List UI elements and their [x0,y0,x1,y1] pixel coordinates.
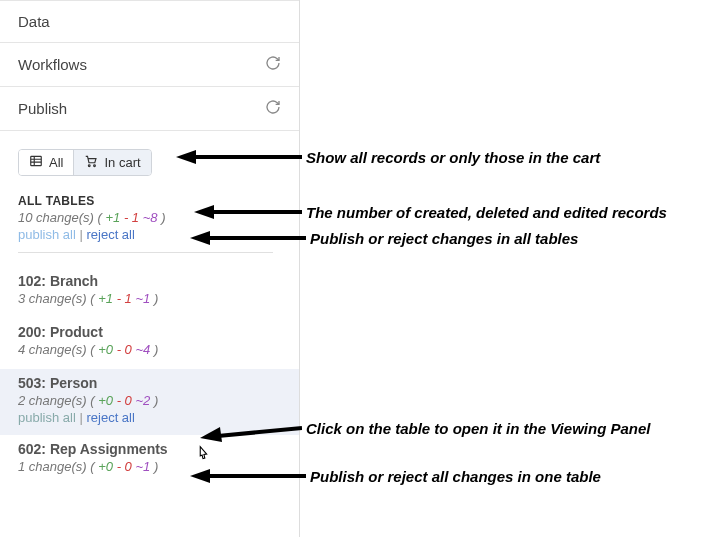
table-summary: 3 change(s) ( +1 - 1 ~1 ) [18,291,281,306]
table-summary: 4 change(s) ( +0 - 0 ~4 ) [18,342,281,357]
created-count: +0 [98,342,113,357]
deleted-count: - 1 [124,210,139,225]
filter-segmented: All In cart [18,149,152,176]
arrow-icon [194,202,302,222]
table-title: 102: Branch [18,273,281,289]
table-row[interactable]: 102: Branch 3 change(s) ( +1 - 1 ~1 ) [18,267,281,318]
pointer-cursor-icon [192,444,214,466]
nav-workflows[interactable]: Workflows [0,43,299,87]
edited-count: ~4 [135,342,150,357]
svg-point-5 [94,165,96,167]
edited-count: ~1 [135,291,150,306]
created-count: +0 [98,459,113,474]
arrow-icon [190,227,306,247]
publish-all-link[interactable]: publish all [18,227,76,242]
filter-all-button[interactable]: All [19,150,73,175]
svg-marker-13 [200,427,222,442]
all-tables-count: 10 change(s) [18,210,94,225]
nav-publish-label: Publish [18,100,67,117]
arrow-icon [200,420,302,444]
filter-in-cart-button[interactable]: In cart [73,150,150,175]
svg-line-12 [218,428,302,436]
created-count: +1 [105,210,120,225]
annotation-text: Publish or reject all changes in one tab… [310,468,601,485]
table-title: 200: Product [18,324,281,340]
list-icon [29,154,43,171]
table-title: 503: Person [18,375,281,391]
edited-count: ~2 [135,393,150,408]
edited-count: ~8 [143,210,158,225]
svg-marker-15 [190,469,210,483]
deleted-count: - 0 [117,459,132,474]
cart-icon [84,154,98,171]
change-count: 4 change(s) [18,342,87,357]
publish-all-link[interactable]: publish all [18,410,76,425]
created-count: +0 [98,393,113,408]
svg-marker-9 [194,205,214,219]
nav-data-label: Data [18,13,50,30]
refresh-icon[interactable] [265,55,281,74]
deleted-count: - 0 [117,342,132,357]
annotation-text: Show all records or only those in the ca… [306,149,600,166]
nav-publish[interactable]: Publish [0,87,299,131]
change-count: 3 change(s) [18,291,87,306]
nav-workflows-label: Workflows [18,56,87,73]
annotation-text: The number of created, deleted and edite… [306,204,667,221]
filter-in-cart-label: In cart [104,155,140,170]
edited-count: ~1 [135,459,150,474]
created-count: +1 [98,291,113,306]
refresh-icon[interactable] [265,99,281,118]
arrow-icon [190,466,306,486]
svg-marker-11 [190,231,210,245]
deleted-count: - 1 [117,291,132,306]
table-summary: 2 change(s) ( +0 - 0 ~2 ) [18,393,281,408]
divider [18,252,273,253]
svg-marker-7 [176,150,196,164]
deleted-count: - 0 [117,393,132,408]
change-count: 1 change(s) [18,459,87,474]
table-row[interactable]: 200: Product 4 change(s) ( +0 - 0 ~4 ) [18,318,281,369]
reject-all-link[interactable]: reject all [86,227,134,242]
arrow-icon [176,146,302,166]
nav-data[interactable]: Data [0,0,299,43]
filter-all-label: All [49,155,63,170]
svg-rect-0 [31,156,42,165]
reject-all-link[interactable]: reject all [86,410,134,425]
change-count: 2 change(s) [18,393,87,408]
annotation-text: Click on the table to open it in the Vie… [306,420,650,437]
svg-point-4 [89,165,91,167]
annotation-text: Publish or reject changes in all tables [310,230,578,247]
